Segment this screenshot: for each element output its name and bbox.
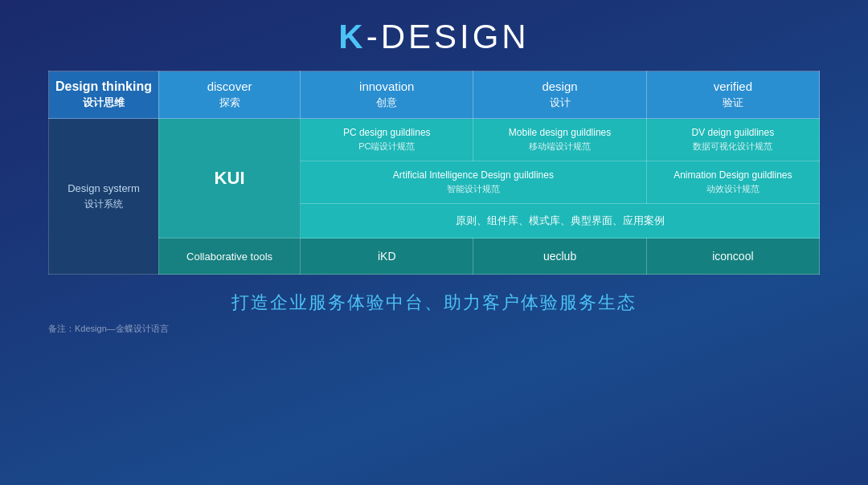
design-system-label: Design systerm 设计系统 <box>49 119 159 275</box>
header-col-design-thinking: Design thinking 设计思维 <box>49 71 159 119</box>
iconcool-cell: iconcool <box>646 238 819 275</box>
ai-design-cell: Artificial Intelligence Design guildline… <box>301 161 647 204</box>
title-bold: K <box>338 18 366 55</box>
ikd-cell: iKD <box>301 238 473 275</box>
footer-main-text: 打造企业服务体验中台、助力客户体验服务生态 <box>231 291 637 315</box>
header-row: Design thinking 设计思维 discover 探索 innovat… <box>49 71 820 119</box>
mobile-design-cell: Mobile design guildlines 移动端设计规范 <box>473 119 646 161</box>
dv-design-cell: DV deign guildlines 数据可视化设计规范 <box>646 119 819 161</box>
header-col-discover: discover 探索 <box>158 71 300 119</box>
main-table: Design thinking 设计思维 discover 探索 innovat… <box>48 71 820 275</box>
header-col-verified: verified 验证 <box>646 71 819 119</box>
collaborative-tools-label: Collaborative tools <box>158 238 300 275</box>
principles-cell: 原则、组件库、模式库、典型界面、应用案例 <box>301 204 820 238</box>
header-col-innovation: innovation 创意 <box>301 71 473 119</box>
kui-cell: KUI <box>158 119 300 238</box>
footnote-text: 备注：Kdesign—金蝶设计语言 <box>48 323 169 335</box>
collaborative-row: Collaborative tools iKD ueclub iconcool <box>49 238 820 275</box>
header-col-design: design 设计 <box>473 71 646 119</box>
title-rest: -DESIGN <box>366 18 530 55</box>
pc-design-cell: PC design guildlines PC端设计规范 <box>301 119 473 161</box>
animation-design-cell: Animation Design guildlines 动效设计规范 <box>646 161 819 204</box>
guideline-row-1: Design systerm 设计系统 KUI PC design guildl… <box>49 119 820 161</box>
ueclub-cell: ueclub <box>473 238 646 275</box>
page-title: K-DESIGN <box>338 18 529 56</box>
